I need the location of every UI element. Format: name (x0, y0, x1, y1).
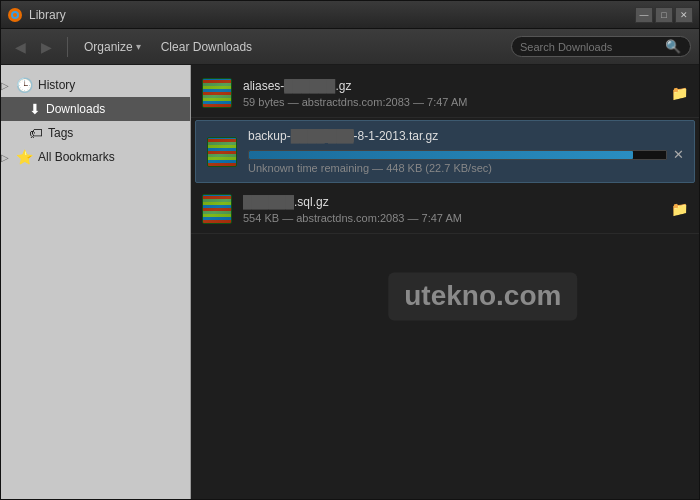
organize-arrow-icon: ▾ (136, 41, 141, 52)
main-content: ▷ 🕒 History ⬇ Downloads 🏷 Tags ▷ ⭐ All B… (1, 65, 699, 499)
sidebar-item-all-bookmarks[interactable]: ▷ ⭐ All Bookmarks (1, 145, 190, 169)
sidebar-label-tags: Tags (48, 126, 73, 140)
organize-menu[interactable]: Organize ▾ (78, 37, 147, 57)
svg-point-2 (13, 13, 17, 17)
organize-label: Organize (84, 40, 133, 54)
back-button[interactable]: ◀ (9, 36, 31, 58)
tags-icon: 🏷 (29, 125, 43, 141)
search-icon: 🔍 (665, 39, 681, 54)
sidebar-item-downloads[interactable]: ⬇ Downloads (1, 97, 190, 121)
file-folder-button-3[interactable]: 📁 (669, 199, 689, 219)
sidebar: ▷ 🕒 History ⬇ Downloads 🏷 Tags ▷ ⭐ All B… (1, 65, 191, 499)
cancel-download-button[interactable]: ✕ (673, 147, 684, 162)
file-info-1: aliases-██████.gz 59 bytes — abstractdns… (243, 79, 659, 108)
file-item-2[interactable]: backup-████ ███-8-1-2013.tar.gz ✕ Unknow… (195, 120, 695, 183)
file-info-2: backup-████ ███-8-1-2013.tar.gz ✕ Unknow… (248, 129, 684, 174)
sidebar-label-downloads: Downloads (46, 102, 105, 116)
sidebar-item-history[interactable]: ▷ 🕒 History (1, 73, 190, 97)
progress-bar-bg (248, 150, 667, 160)
window-controls: — □ ✕ (635, 7, 693, 23)
history-icon: 🕒 (16, 77, 33, 93)
file-icon-1 (201, 77, 233, 109)
toolbar: ◀ ▶ Organize ▾ Clear Downloads 🔍 (1, 29, 699, 65)
app-icon (7, 7, 23, 23)
winrar-icon-2 (207, 137, 237, 167)
file-meta-1: 59 bytes — abstractdns.com:2083 — 7:47 A… (243, 96, 659, 108)
file-icon-3 (201, 193, 233, 225)
winrar-icon-1 (202, 78, 232, 108)
minimize-button[interactable]: — (635, 7, 653, 23)
forward-button[interactable]: ▶ (35, 36, 57, 58)
winrar-icon-3 (202, 194, 232, 224)
expand-bookmarks-icon: ▷ (1, 152, 9, 163)
maximize-button[interactable]: □ (655, 7, 673, 23)
file-meta-2: Unknown time remaining — 448 KB (22.7 KB… (248, 162, 684, 174)
file-folder-button-1[interactable]: 📁 (669, 83, 689, 103)
search-box[interactable]: 🔍 (511, 36, 691, 57)
sidebar-label-all-bookmarks: All Bookmarks (38, 150, 115, 164)
expand-history-icon: ▷ (1, 80, 9, 91)
library-window: Library — □ ✕ ◀ ▶ Organize ▾ Clear Downl… (0, 0, 700, 500)
nav-buttons: ◀ ▶ (9, 36, 57, 58)
file-info-3: ██████.sql.gz 554 KB — abstractdns.com:2… (243, 195, 659, 224)
file-name-2: backup-████ ███-8-1-2013.tar.gz (248, 129, 684, 143)
titlebar: Library — □ ✕ (1, 1, 699, 29)
watermark: utekno.com (388, 272, 577, 320)
file-name-1: aliases-██████.gz (243, 79, 659, 93)
file-item-1[interactable]: aliases-██████.gz 59 bytes — abstractdns… (191, 69, 699, 118)
sidebar-label-history: History (38, 78, 75, 92)
file-name-3: ██████.sql.gz (243, 195, 659, 209)
progress-container: ✕ (248, 147, 684, 162)
bookmarks-icon: ⭐ (16, 149, 33, 165)
titlebar-left: Library (7, 7, 66, 23)
file-meta-3: 554 KB — abstractdns.com:2083 — 7:47 AM (243, 212, 659, 224)
toolbar-separator-1 (67, 37, 68, 57)
sidebar-item-tags[interactable]: 🏷 Tags (1, 121, 190, 145)
search-input[interactable] (520, 41, 665, 53)
file-icon-2 (206, 136, 238, 168)
progress-bar-fill (249, 151, 633, 159)
file-list: aliases-██████.gz 59 bytes — abstractdns… (191, 65, 699, 499)
file-item-3[interactable]: ██████.sql.gz 554 KB — abstractdns.com:2… (191, 185, 699, 234)
close-button[interactable]: ✕ (675, 7, 693, 23)
window-title: Library (29, 8, 66, 22)
clear-downloads-button[interactable]: Clear Downloads (155, 37, 258, 57)
downloads-icon: ⬇ (29, 101, 41, 117)
